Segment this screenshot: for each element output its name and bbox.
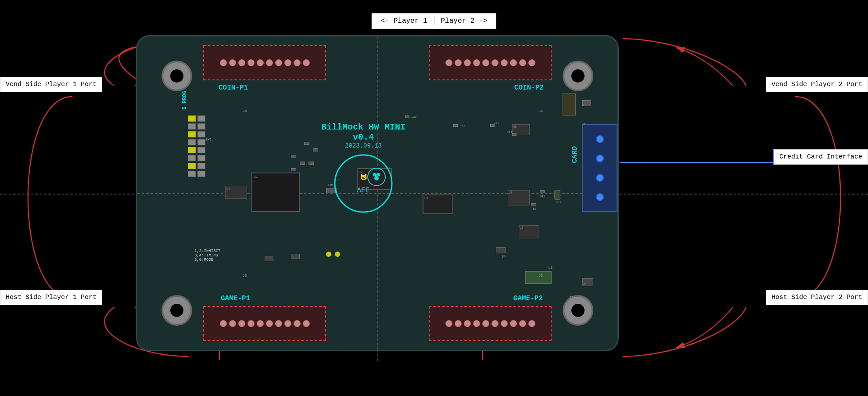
pin — [229, 59, 236, 66]
pin — [491, 320, 499, 327]
j2-label: J2 — [538, 274, 543, 277]
billmock-title: BillMock HW MINI v0.4 — [308, 122, 418, 142]
r9 — [531, 203, 536, 206]
pin — [303, 59, 310, 66]
prog-pin — [197, 171, 205, 177]
prog-pin — [188, 147, 196, 153]
comp-r33-label: R33 — [460, 124, 465, 127]
comp-c26 — [300, 162, 305, 165]
player2-direction: Player 2 -> — [434, 17, 488, 25]
pin — [473, 320, 480, 327]
pin — [510, 59, 517, 66]
pin — [510, 320, 517, 327]
pin — [220, 320, 227, 327]
pin — [501, 59, 508, 66]
vend-player1-label: Vend Side Player 1 Port — [0, 77, 102, 92]
prog-pin — [188, 115, 196, 122]
prog-pin — [188, 131, 196, 137]
pin — [528, 59, 535, 66]
comp-c21-label: C21 — [507, 131, 512, 134]
card-dot-4 — [596, 193, 604, 201]
inductor-l1 — [525, 271, 552, 284]
c12-label: C12 — [556, 201, 561, 204]
j4-label: J4 — [243, 109, 247, 113]
pin — [303, 320, 310, 327]
comp-c30 — [405, 115, 409, 118]
card-dot-1 — [596, 135, 604, 143]
pin — [455, 59, 462, 66]
prog-pin — [188, 163, 196, 169]
pin — [445, 59, 452, 66]
prog-pin — [197, 115, 205, 122]
pin — [257, 320, 264, 327]
main-ic-u1: U1 — [251, 173, 300, 212]
test-point-1 — [326, 252, 331, 257]
pin — [284, 59, 291, 66]
pin — [275, 59, 282, 66]
j1-label: J1 — [581, 122, 586, 126]
pin — [238, 320, 245, 327]
pin — [473, 59, 480, 66]
card-dot-2 — [596, 155, 604, 162]
mount-hole-br — [563, 295, 593, 326]
card-section — [582, 124, 617, 212]
prog-pin — [197, 163, 205, 169]
mount-hole-tr — [563, 61, 593, 91]
r9-label: R9 — [533, 208, 536, 211]
pin — [266, 320, 273, 327]
prog-pin — [197, 147, 205, 153]
pin — [482, 320, 489, 327]
prog-pin-header — [188, 115, 205, 177]
pin — [501, 320, 508, 327]
c9-label: C9 — [569, 295, 574, 299]
svg-text:ΛEE: ΛEE — [357, 187, 370, 194]
inductor-l1-label: L1 — [548, 266, 552, 270]
pin — [294, 59, 301, 66]
q-trans2 — [291, 254, 300, 259]
comp-c21 — [512, 133, 516, 136]
pin — [519, 59, 526, 66]
card-dot-3 — [596, 174, 604, 182]
coin-p1-label: COIN-P1 — [219, 84, 248, 92]
billmock-circle: 🐱 ΛEE — [308, 153, 418, 216]
chip-u4: U4 — [423, 194, 453, 214]
svg-text:🐱: 🐱 — [360, 173, 368, 181]
host-player1-label: Host Side Player 1 Port — [0, 290, 102, 305]
pin — [464, 59, 471, 66]
j3-label: J3 — [243, 274, 247, 277]
pin — [275, 320, 282, 327]
q5-label: Q5 — [502, 255, 506, 258]
chip-u6: U6 — [225, 186, 247, 199]
comp-c29 — [291, 168, 296, 171]
q5-trans — [496, 247, 506, 253]
mount-hole-bl — [161, 295, 192, 326]
prog-pin — [188, 123, 196, 130]
r10 — [540, 190, 545, 193]
pin — [266, 59, 273, 66]
player1-direction: <- Player 1 — [381, 17, 434, 25]
prog-pin — [188, 155, 196, 161]
credit-card-label: Credit Card Interface — [773, 149, 868, 165]
sw1-label: SW1 — [205, 137, 212, 141]
prog-pin — [197, 155, 205, 161]
comp-c25 — [291, 155, 296, 158]
billmock-logo-area: BillMock HW MINI v0.4 2023.09.13 🐱 ΛEE — [308, 122, 418, 216]
pin — [257, 59, 264, 66]
pcb-board: COIN-P1 COIN-P2 GAME-P1 GAME-P2 6 PROG — [136, 35, 619, 351]
prog-pin — [188, 171, 196, 177]
chip-u3: U3 — [519, 225, 538, 238]
test-point-2 — [335, 252, 340, 257]
comp-c30-label: C30 — [412, 115, 416, 119]
pin — [229, 320, 236, 327]
vend-player2-label: Vend Side Player 2 Port — [766, 77, 868, 92]
pin — [482, 59, 489, 66]
pin — [220, 59, 227, 66]
pin — [294, 320, 301, 327]
comp-c22-label: C22 — [494, 122, 499, 125]
comp-right-top — [563, 94, 576, 115]
prog-pin — [197, 139, 205, 145]
game-p1-connector — [203, 306, 326, 341]
pin — [247, 320, 255, 327]
svg-point-13 — [377, 173, 380, 176]
comp-r33 — [453, 124, 458, 127]
